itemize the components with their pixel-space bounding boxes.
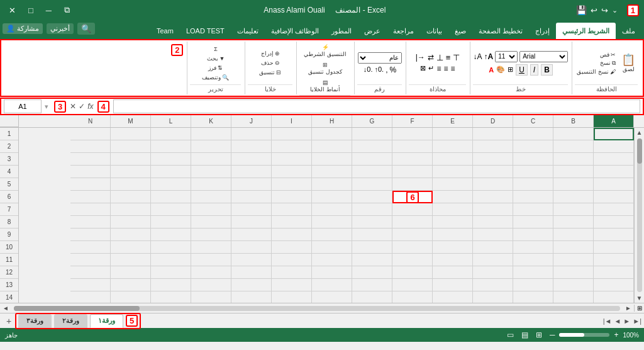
sheet-first-icon[interactable]: |◄ — [603, 317, 612, 325]
merge-cells-icon[interactable]: ⊠ — [420, 64, 426, 73]
cell-J2[interactable] — [231, 140, 272, 153]
cell-E1[interactable] — [433, 128, 473, 140]
cell-D1[interactable] — [473, 128, 513, 140]
cell-E4[interactable] — [433, 166, 473, 178]
zoom-slider-thumb[interactable] — [559, 333, 584, 337]
cell-H13[interactable] — [312, 279, 352, 291]
cell-I6[interactable] — [272, 191, 312, 203]
cancel-formula-icon[interactable]: ✕ — [70, 102, 76, 111]
cell-H3[interactable] — [312, 153, 352, 166]
cell-G13[interactable] — [352, 279, 392, 291]
cell-G11[interactable] — [352, 254, 392, 266]
cell-F6[interactable]: 6 — [392, 191, 433, 203]
vertical-scrollbar[interactable]: ▲ ▼ — [634, 128, 644, 303]
cell-C10[interactable] — [513, 241, 553, 254]
cell-C14[interactable] — [513, 291, 553, 303]
cell-M9[interactable] — [111, 229, 151, 241]
search-button[interactable]: 🔍 — [77, 23, 95, 35]
corner-cell[interactable] — [0, 115, 19, 127]
col-header-J[interactable]: J — [231, 115, 272, 127]
cell-N14[interactable] — [70, 291, 111, 303]
cell-D14[interactable] — [473, 291, 513, 303]
cell-A3[interactable] — [594, 153, 634, 166]
h-scroll-thumb[interactable] — [14, 306, 140, 311]
cell-A8[interactable] — [594, 216, 634, 229]
add-sheet-button[interactable]: + — [3, 315, 15, 327]
cell-N13[interactable] — [70, 279, 111, 291]
cell-B8[interactable] — [553, 216, 594, 229]
row-num-5[interactable]: 5 — [0, 178, 18, 191]
cell-M7[interactable] — [111, 203, 151, 216]
cell-K14[interactable] — [191, 291, 231, 303]
page-layout-button[interactable]: ▤ — [519, 330, 530, 340]
cell-M1[interactable] — [111, 128, 151, 140]
cell-J9[interactable] — [231, 229, 272, 241]
tab-formulas[interactable]: صيغ — [448, 23, 472, 39]
number-format-select[interactable]: عام — [358, 52, 402, 64]
cell-N5[interactable] — [70, 178, 111, 191]
col-header-G[interactable]: G — [352, 115, 392, 127]
cell-L4[interactable] — [151, 166, 191, 178]
cell-L7[interactable] — [151, 203, 191, 216]
cell-M4[interactable] — [111, 166, 151, 178]
cell-G6[interactable] — [352, 191, 392, 203]
cell-B13[interactable] — [553, 279, 594, 291]
tab-page-layout[interactable]: تخطيط الصفحة — [472, 23, 529, 39]
bottom-align-icon[interactable]: ⊥ — [436, 53, 443, 62]
col-header-K[interactable]: K — [191, 115, 231, 127]
cell-K12[interactable] — [191, 266, 231, 279]
cell-I11[interactable] — [272, 254, 312, 266]
cell-F12[interactable] — [392, 266, 433, 279]
row-num-13[interactable]: 13 — [0, 279, 18, 291]
row-num-9[interactable]: 9 — [0, 229, 18, 241]
cell-E2[interactable] — [433, 140, 473, 153]
cell-A5[interactable] — [594, 178, 634, 191]
format-painter-button[interactable]: 🖌 نسخ التنسيق — [575, 68, 618, 76]
cell-N1[interactable] — [70, 128, 111, 140]
tab-insert[interactable]: إدراج — [529, 23, 556, 39]
cell-E5[interactable] — [433, 178, 473, 191]
cell-L2[interactable] — [151, 140, 191, 153]
cell-H12[interactable] — [312, 266, 352, 279]
tab-home[interactable]: الشريط الرئيسي — [556, 23, 616, 39]
cell-M5[interactable] — [111, 178, 151, 191]
cell-I9[interactable] — [272, 229, 312, 241]
cell-E9[interactable] — [433, 229, 473, 241]
fill-button[interactable]: ▼ بحث — [205, 55, 227, 62]
cell-I3[interactable] — [272, 153, 312, 166]
format-as-table-button[interactable]: ⊞ كجدول تنسيق — [306, 60, 344, 76]
cell-B1[interactable] — [553, 128, 594, 140]
cell-D6[interactable] — [473, 191, 513, 203]
cell-C11[interactable] — [513, 254, 553, 266]
cell-D11[interactable] — [473, 254, 513, 266]
scroll-up-arrow[interactable]: ▲ — [635, 128, 644, 137]
cell-L11[interactable] — [151, 254, 191, 266]
fill-color-icon[interactable]: 🎨 — [496, 65, 505, 74]
cell-K9[interactable] — [191, 229, 231, 241]
row-num-7[interactable]: 7 — [0, 203, 18, 216]
cell-N2[interactable] — [70, 140, 111, 153]
decrease-decimal-icon[interactable]: .0↓ — [364, 65, 373, 74]
cell-L10[interactable] — [151, 241, 191, 254]
col-header-I[interactable]: I — [272, 115, 312, 127]
cell-D10[interactable] — [473, 241, 513, 254]
cell-I12[interactable] — [272, 266, 312, 279]
cell-D13[interactable] — [473, 279, 513, 291]
cell-A7[interactable] — [594, 203, 634, 216]
cell-F13[interactable] — [392, 279, 433, 291]
cell-B6[interactable] — [553, 191, 594, 203]
close-button[interactable]: ✕ — [5, 4, 19, 16]
cell-F11[interactable] — [392, 254, 433, 266]
sheet-prev-icon[interactable]: ◄ — [614, 317, 621, 325]
cell-F3[interactable] — [392, 153, 433, 166]
tab-team[interactable]: Team — [150, 23, 180, 39]
history-button[interactable]: أخيرني — [47, 23, 74, 34]
cell-E14[interactable] — [433, 291, 473, 303]
cell-C5[interactable] — [513, 178, 553, 191]
cell-A14[interactable] — [594, 291, 634, 303]
bold-button[interactable]: B — [541, 64, 553, 76]
sheet-last-icon[interactable]: ►| — [633, 317, 641, 325]
tab-developer[interactable]: المطور — [325, 23, 358, 39]
confirm-formula-icon[interactable]: ✓ — [79, 102, 85, 111]
cell-N7[interactable] — [70, 203, 111, 216]
